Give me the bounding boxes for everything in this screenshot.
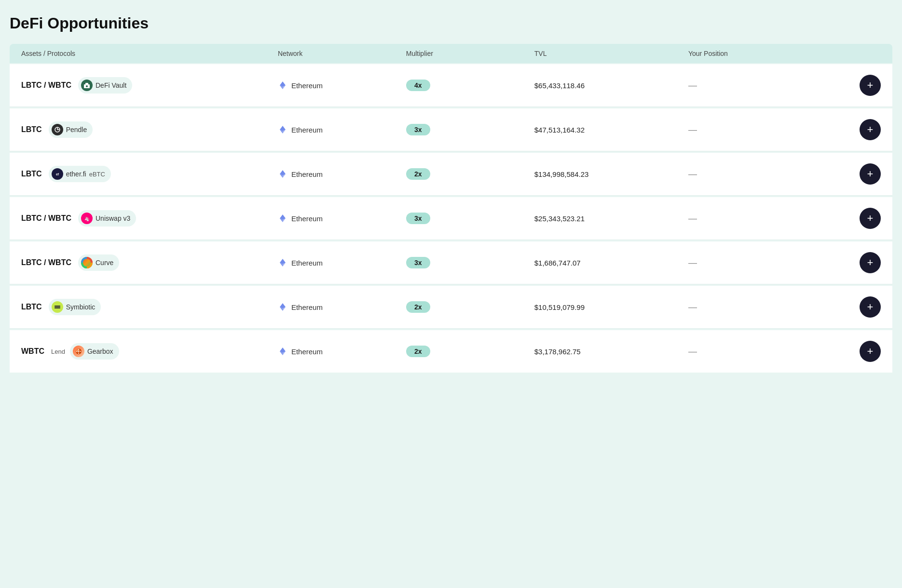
protocol-label: Uniswap v3	[96, 214, 130, 222]
multiplier-cell: 2x	[406, 301, 534, 313]
protocol-icon-uniswap: 🦄	[81, 213, 93, 224]
ethereum-icon	[278, 80, 287, 90]
asset-name: LBTC / WBTC	[21, 258, 71, 267]
multiplier-badge: 3x	[406, 257, 430, 268]
network-cell: Ethereum	[278, 347, 406, 356]
protocol-badge: DeFi Vault	[78, 77, 132, 94]
add-position-button[interactable]: +	[860, 296, 881, 318]
network-name: Ethereum	[291, 214, 323, 223]
position-cell: —	[688, 347, 842, 357]
asset-name: LBTC	[21, 125, 42, 134]
multiplier-badge: 2x	[406, 301, 430, 313]
asset-cell: LBTC / WBTC 🦄 Uniswap v3	[21, 210, 278, 227]
svg-rect-1	[85, 83, 88, 85]
add-position-button[interactable]: +	[860, 75, 881, 96]
protocol-label: Pendle	[66, 126, 87, 134]
protocol-badge: 🦄 Uniswap v3	[78, 210, 136, 227]
network-name: Ethereum	[291, 347, 323, 356]
protocol-icon-symbiotic	[52, 301, 63, 313]
tvl-cell: $10,519,079.99	[534, 303, 688, 311]
position-cell: —	[688, 214, 842, 224]
asset-cell: LBTC / WBTC DeFi Vault	[21, 77, 278, 94]
asset-name: LBTC / WBTC	[21, 81, 71, 90]
add-button-container: +	[842, 163, 881, 185]
table-row: WBTC Lend	[10, 330, 892, 373]
network-cell: Ethereum	[278, 80, 406, 90]
header-position: Your Position	[688, 50, 842, 57]
tvl-cell: $65,433,118.46	[534, 81, 688, 90]
network-cell: Ethereum	[278, 302, 406, 312]
position-cell: —	[688, 80, 842, 91]
protocol-label: Gearbox	[87, 347, 113, 355]
ethereum-icon	[278, 169, 287, 179]
multiplier-badge: 3x	[406, 124, 430, 135]
svg-point-34	[80, 351, 81, 352]
network-name: Ethereum	[291, 81, 323, 90]
defi-table: Assets / Protocols Network Multiplier TV…	[10, 44, 892, 373]
asset-cell: WBTC Lend	[21, 343, 278, 360]
tvl-cell: $47,513,164.32	[534, 126, 688, 134]
multiplier-cell: 3x	[406, 124, 534, 135]
svg-point-31	[78, 349, 79, 350]
position-cell: —	[688, 125, 842, 135]
svg-point-32	[78, 353, 79, 354]
asset-sub-label: Lend	[51, 348, 65, 355]
add-position-button[interactable]: +	[860, 119, 881, 140]
network-cell: Ethereum	[278, 258, 406, 267]
add-button-container: +	[842, 252, 881, 273]
network-name: Ethereum	[291, 170, 323, 178]
multiplier-badge: 4x	[406, 80, 430, 91]
ethereum-icon	[278, 347, 287, 356]
add-button-container: +	[842, 208, 881, 229]
tvl-cell: $1,686,747.07	[534, 259, 688, 267]
position-cell: —	[688, 302, 842, 312]
header-assets: Assets / Protocols	[21, 50, 278, 57]
table-row: LBTC / WBTC Curve	[10, 241, 892, 284]
table-row: LBTC Symbiotic Ethereum	[10, 286, 892, 329]
network-name: Ethereum	[291, 126, 323, 134]
asset-cell: LBTC Pendle	[21, 121, 278, 138]
protocol-icon-defi-vault	[81, 80, 93, 91]
position-cell: —	[688, 169, 842, 179]
table-row: LBTC Pendle Ethereum	[10, 108, 892, 151]
asset-cell: LBTC ef ether.fi eBTC	[21, 166, 278, 182]
svg-point-33	[76, 351, 77, 352]
add-position-button[interactable]: +	[860, 252, 881, 273]
asset-cell: LBTC Symbiotic	[21, 299, 278, 315]
protocol-icon-pendle	[52, 124, 63, 135]
asset-name: LBTC	[21, 170, 42, 178]
tvl-cell: $134,998,584.23	[534, 170, 688, 178]
network-cell: Ethereum	[278, 169, 406, 179]
network-name: Ethereum	[291, 303, 323, 311]
add-button-container: +	[842, 296, 881, 318]
header-multiplier: Multiplier	[406, 50, 534, 57]
add-button-container: +	[842, 119, 881, 140]
svg-rect-24	[55, 306, 60, 307]
add-position-button[interactable]: +	[860, 163, 881, 185]
add-position-button[interactable]: +	[860, 208, 881, 229]
page-title: DeFi Opportunities	[10, 14, 892, 32]
protocol-icon-curve	[81, 257, 93, 268]
position-cell: —	[688, 258, 842, 268]
svg-rect-25	[55, 307, 60, 309]
protocol-label: Symbiotic	[66, 303, 96, 311]
add-button-container: +	[842, 75, 881, 96]
protocol-label: ether.fi	[66, 170, 86, 178]
ethereum-icon	[278, 302, 287, 312]
asset-name: LBTC / WBTC	[21, 214, 71, 223]
protocol-label: Curve	[96, 259, 113, 267]
asset-cell: LBTC / WBTC Curve	[21, 254, 278, 271]
table-row: LBTC ef ether.fi eBTC Et	[10, 153, 892, 196]
ethereum-icon	[278, 258, 287, 267]
svg-text:ef: ef	[56, 173, 59, 176]
protocol-badge: ef ether.fi eBTC	[49, 166, 111, 182]
header-action	[842, 50, 881, 57]
protocol-sub-label: eBTC	[89, 171, 105, 178]
table-row: LBTC / WBTC 🦄 Uniswap v3 Ethere	[10, 197, 892, 240]
multiplier-badge: 2x	[406, 168, 430, 180]
table-row: LBTC / WBTC DeFi Vault	[10, 64, 892, 107]
protocol-icon-etherfi: ef	[52, 168, 63, 180]
add-position-button[interactable]: +	[860, 341, 881, 362]
multiplier-cell: 3x	[406, 213, 534, 224]
protocol-badge: Gearbox	[70, 343, 119, 360]
